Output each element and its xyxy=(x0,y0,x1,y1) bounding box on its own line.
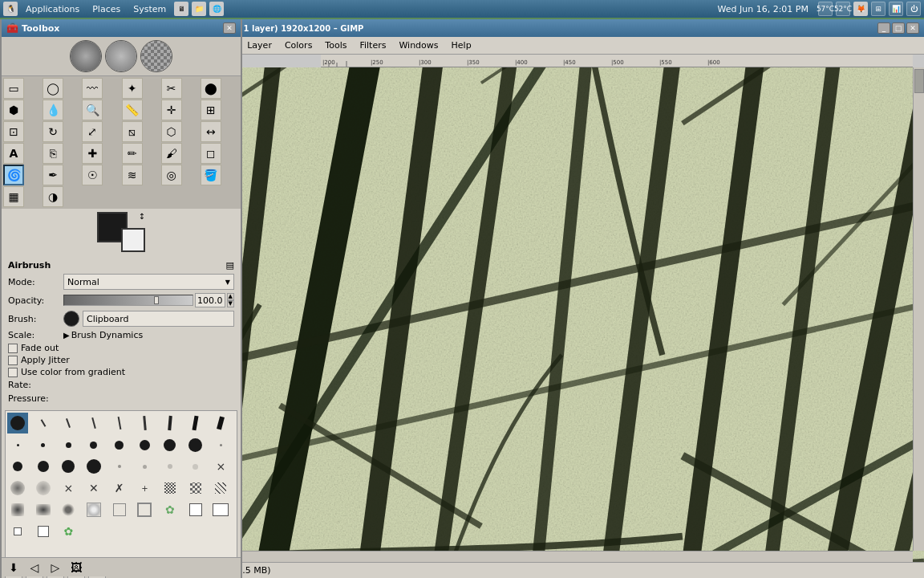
scrollbar-vertical[interactable] xyxy=(913,67,924,551)
brush-item-22[interactable] xyxy=(109,456,130,477)
brush-item-45[interactable] xyxy=(7,521,28,542)
brush-item-17[interactable] xyxy=(210,434,231,455)
brush-item-38[interactable] xyxy=(58,499,79,520)
brush-item-21[interactable] xyxy=(83,456,104,477)
scissors-icon[interactable]: ✂ xyxy=(161,78,182,99)
dodge-burn-icon[interactable]: ☉ xyxy=(82,165,103,185)
brush-item-34[interactable] xyxy=(185,478,206,499)
swap-colors-icon[interactable]: ↕ xyxy=(139,212,145,221)
apply-jitter-checkbox[interactable] xyxy=(8,356,18,365)
brush-item-31[interactable]: ✗ xyxy=(109,478,130,499)
collapse-icon[interactable]: ▤ xyxy=(226,260,234,271)
menu-tools[interactable]: Tools xyxy=(318,39,353,52)
brush-item-12[interactable] xyxy=(83,434,104,455)
bottom-icon-1[interactable]: ⬇ xyxy=(5,559,22,576)
opacity-up[interactable]: ▲ xyxy=(227,293,234,300)
menu-windows[interactable]: Windows xyxy=(392,39,444,52)
zoom-tool-icon[interactable]: 🔍 xyxy=(82,100,103,120)
brush-item-7[interactable] xyxy=(185,413,206,434)
shear-icon[interactable]: ⧅ xyxy=(122,121,143,142)
paintbrush-icon[interactable]: 🖌 xyxy=(161,143,182,164)
taskbar-system[interactable]: System xyxy=(128,2,171,16)
taskbar-icon-2[interactable]: 📁 xyxy=(192,2,206,16)
brush-item-1[interactable] xyxy=(33,413,54,434)
brush-item-43[interactable] xyxy=(185,499,206,520)
brush-item-19[interactable] xyxy=(33,456,54,477)
brush-item-28[interactable] xyxy=(33,478,54,499)
brush-item-11[interactable] xyxy=(58,434,79,455)
taskbar-icon-3[interactable]: 🌐 xyxy=(209,2,224,16)
brush-item-14[interactable] xyxy=(134,434,155,455)
toolbox-close-btn[interactable]: ✕ xyxy=(223,22,236,34)
brush-item-41[interactable] xyxy=(134,499,155,520)
brush-item-46[interactable] xyxy=(33,521,54,542)
taskbar-icon-1[interactable]: 🖥 xyxy=(174,2,188,16)
menu-colors[interactable]: Colors xyxy=(278,39,318,52)
rect-select-icon[interactable]: ▭ xyxy=(3,78,24,99)
brush-item-35[interactable] xyxy=(210,478,231,499)
color-pick-icon[interactable]: 💧 xyxy=(43,100,63,120)
align-icon[interactable]: ⊞ xyxy=(201,100,221,120)
brush-item-3[interactable] xyxy=(83,413,104,434)
bucket-fill-icon[interactable]: 🪣 xyxy=(201,165,221,185)
brush-item-16[interactable] xyxy=(185,434,206,455)
brush-item-6[interactable] xyxy=(160,413,180,434)
bottom-icon-3[interactable]: ▷ xyxy=(47,559,64,576)
opacity-down[interactable]: ▼ xyxy=(227,300,234,307)
heal-icon[interactable]: ✚ xyxy=(82,143,103,164)
menu-layer[interactable]: Layer xyxy=(241,39,278,52)
taskbar-btn-3[interactable]: ⏻ xyxy=(906,2,921,16)
brush-item-2[interactable] xyxy=(58,413,79,434)
brush-item-27[interactable] xyxy=(7,478,28,499)
brush-item-32[interactable]: + xyxy=(134,478,155,499)
brush-item-15[interactable] xyxy=(160,434,180,455)
airbrush-icon[interactable]: 🌀 xyxy=(3,165,24,185)
fuzzy-select-icon[interactable]: ✦ xyxy=(122,78,143,99)
foreground-select-icon[interactable]: ⬤ xyxy=(201,78,221,99)
brush-item-8[interactable] xyxy=(210,413,231,434)
eraser-icon[interactable]: ◻ xyxy=(201,143,221,164)
taskbar-app-icon[interactable]: 🐧 xyxy=(3,2,18,16)
measure-icon[interactable]: 📏 xyxy=(122,100,143,120)
bottom-icon-2[interactable]: ◁ xyxy=(26,559,43,576)
blur-sharpen-icon[interactable]: ◎ xyxy=(161,165,182,185)
brush-item-18[interactable] xyxy=(7,456,28,477)
taskbar-btn-1[interactable]: ⊞ xyxy=(871,2,886,16)
gimp-minimize-btn[interactable]: _ xyxy=(877,22,890,34)
gimp-close-btn[interactable]: ✕ xyxy=(906,22,919,34)
ink-icon[interactable]: ✒ xyxy=(43,165,63,185)
ellipse-select-icon[interactable]: ◯ xyxy=(43,78,63,99)
brush-item-4[interactable] xyxy=(109,413,130,434)
perspective-icon[interactable]: ⬡ xyxy=(161,121,182,142)
scrollbar-v-thumb[interactable] xyxy=(914,69,924,93)
bottom-icon-4[interactable]: 🖼 xyxy=(67,559,85,576)
brush-item-25[interactable] xyxy=(185,456,206,477)
free-select-icon[interactable]: 〰 xyxy=(82,78,103,99)
scale-icon[interactable]: ⤢ xyxy=(82,121,103,142)
clone-icon[interactable]: ⎘ xyxy=(43,143,63,164)
brush-item-30[interactable]: ✕ xyxy=(83,478,104,499)
brush-item-44[interactable] xyxy=(210,499,231,520)
opacity-slider[interactable] xyxy=(63,295,193,306)
crop-icon[interactable]: ⊡ xyxy=(3,121,24,142)
brush-item-23[interactable] xyxy=(134,456,155,477)
rotate-icon[interactable]: ↻ xyxy=(43,121,63,142)
brush-item-selected[interactable] xyxy=(7,413,28,434)
blend-icon[interactable]: ▦ xyxy=(3,186,24,207)
brush-item-13[interactable] xyxy=(109,434,130,455)
brush-item-37[interactable] xyxy=(33,499,54,520)
brush-item-29[interactable]: × xyxy=(58,478,79,499)
expand-arrow[interactable]: ▶ xyxy=(63,331,70,340)
fade-checkbox[interactable] xyxy=(8,344,18,353)
brush-item-24[interactable] xyxy=(160,456,180,477)
brush-item-40[interactable] xyxy=(109,499,130,520)
brush-item-20[interactable] xyxy=(58,456,79,477)
brush-item-36[interactable] xyxy=(7,499,28,520)
use-color-checkbox[interactable] xyxy=(8,368,18,377)
brush-item-39[interactable] xyxy=(83,499,104,520)
brush-item-9[interactable] xyxy=(7,434,28,455)
brush-item-42[interactable]: ✿ xyxy=(160,499,180,520)
brush-item-10[interactable] xyxy=(33,434,54,455)
brush-item-47[interactable]: ✿ xyxy=(58,521,79,542)
brush-item-33[interactable] xyxy=(160,478,180,499)
